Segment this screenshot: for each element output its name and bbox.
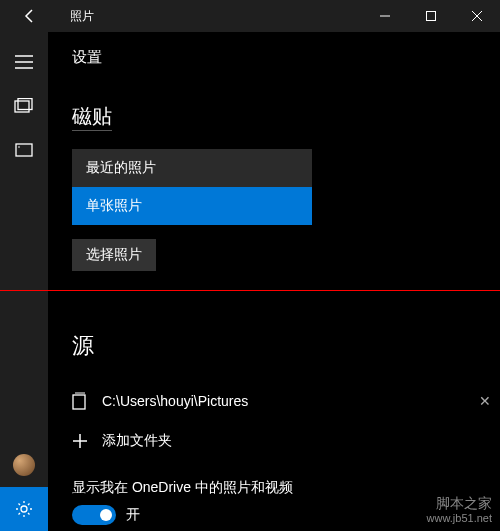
settings-nav-button[interactable]	[0, 487, 48, 531]
add-folder-label: 添加文件夹	[102, 432, 500, 450]
choose-photo-button[interactable]: 选择照片	[72, 239, 156, 271]
albums-nav-button[interactable]	[0, 128, 48, 172]
svg-rect-12	[73, 395, 85, 409]
source-path: C:\Users\houyi\Pictures	[102, 393, 470, 409]
toggle-knob	[100, 509, 112, 521]
svg-point-10	[18, 146, 20, 148]
folder-icon	[72, 392, 102, 410]
toggle-state-text: 开	[126, 506, 140, 524]
svg-rect-7	[15, 101, 29, 112]
svg-rect-8	[18, 99, 32, 110]
back-button[interactable]	[18, 4, 42, 28]
collection-nav-button[interactable]	[0, 84, 48, 128]
tile-section-heading: 磁贴	[72, 103, 112, 131]
tile-option-recent[interactable]: 最近的照片	[72, 149, 312, 187]
source-folder-row[interactable]: C:\Users\houyi\Pictures ✕	[72, 381, 500, 421]
minimize-button[interactable]	[362, 0, 408, 32]
hamburger-menu-button[interactable]	[0, 40, 48, 84]
svg-rect-9	[16, 144, 32, 156]
tile-option-single[interactable]: 单张照片	[72, 187, 312, 225]
close-button[interactable]	[454, 0, 500, 32]
gear-icon	[15, 500, 33, 518]
plus-icon	[72, 433, 102, 449]
add-folder-button[interactable]: 添加文件夹	[72, 421, 500, 461]
annotation-red-line	[0, 290, 500, 291]
svg-rect-1	[427, 12, 436, 21]
remove-source-button[interactable]: ✕	[470, 393, 500, 409]
maximize-button[interactable]	[408, 0, 454, 32]
onedrive-toggle[interactable]	[72, 505, 116, 525]
watermark: 脚本之家 www.jb51.net	[427, 495, 492, 525]
account-avatar[interactable]	[0, 443, 48, 487]
app-title: 照片	[70, 8, 94, 25]
sources-section-heading: 源	[72, 331, 500, 361]
page-title: 设置	[72, 48, 500, 67]
avatar-icon	[13, 454, 35, 476]
svg-point-11	[21, 506, 27, 512]
